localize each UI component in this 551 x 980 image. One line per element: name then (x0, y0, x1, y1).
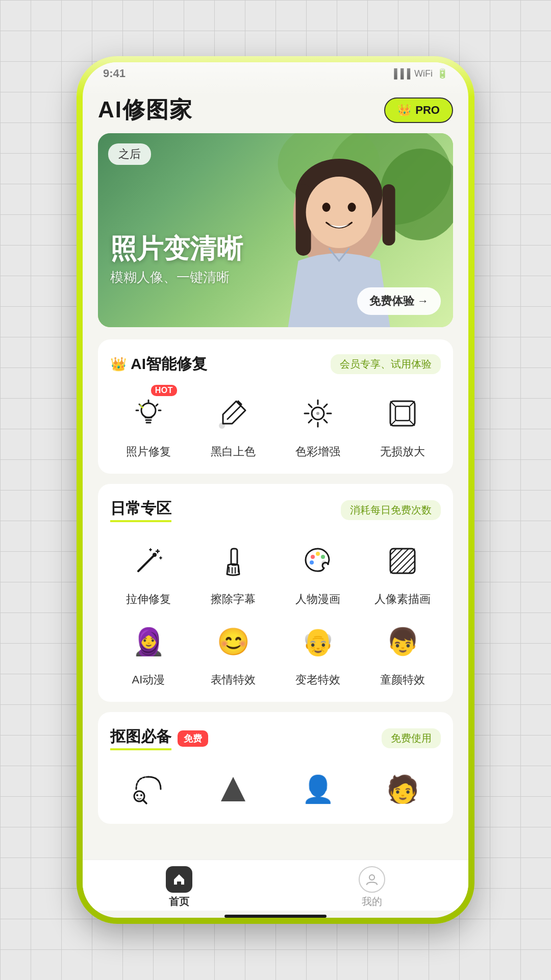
tab-me[interactable]: 我的 (276, 866, 468, 909)
status-bar: 9:41 ▐▐▐ WiFi 🔋 (83, 62, 468, 85)
tab-home-label: 首页 (169, 895, 189, 909)
ai-section-card: 👑 AI智能修复 会员专享、试用体验 (98, 339, 453, 474)
cutout-item-2[interactable] (195, 765, 271, 814)
stretch-icon-wrap (124, 536, 173, 585)
tab-home[interactable]: 首页 (83, 866, 276, 909)
svg-line-65 (143, 800, 146, 803)
emotion-icon-wrap: 😊 (209, 617, 258, 666)
triangle-icon (217, 773, 249, 805)
svg-line-60 (390, 549, 415, 573)
photo-repair-label: 照片修复 (126, 444, 171, 459)
pro-text: PRO (415, 104, 440, 117)
svg-point-20 (219, 423, 225, 429)
phone-border: 9:41 ▐▐▐ WiFi 🔋 AI修图家 👑 PRO (77, 56, 474, 924)
feature-comic[interactable]: 人物漫画 (280, 536, 356, 607)
cutout-item-3[interactable]: 👤 (280, 765, 356, 814)
cutout-icon-2 (209, 765, 258, 814)
daily-section-header: 日常专区 消耗每日免费次数 (110, 498, 441, 522)
tab-me-label: 我的 (362, 895, 382, 909)
svg-point-69 (369, 875, 374, 880)
cutout-item-4[interactable]: 🧑 (364, 765, 441, 814)
cutout-item-1[interactable] (110, 765, 187, 814)
phone-screen: 9:41 ▐▐▐ WiFi 🔋 AI修图家 👑 PRO (83, 62, 468, 918)
feature-old[interactable]: 👴 变老特效 (280, 617, 356, 688)
app-header: AI修图家 👑 PRO (98, 85, 453, 133)
svg-rect-33 (395, 406, 410, 421)
colorize-label: 黑白上色 (211, 444, 256, 459)
me-icon (359, 866, 385, 893)
banner-card[interactable]: 之后 照片变清晰 模糊人像、一键清晰 免费体验 → (98, 133, 453, 327)
young-icon-wrap: 👦 (378, 617, 427, 666)
daily-section-badge: 消耗每日免费次数 (341, 500, 441, 520)
svg-point-10 (141, 403, 156, 418)
battery-icon: 🔋 (437, 68, 448, 79)
enhance-label: 色彩增强 (295, 444, 340, 459)
feature-enlarge[interactable]: 无损放大 (364, 389, 441, 459)
feature-erase[interactable]: 擦除字幕 (195, 536, 271, 607)
svg-point-51 (311, 555, 315, 559)
erase-icon-wrap (209, 536, 258, 585)
svg-line-38 (138, 555, 155, 571)
young-label: 童颜特效 (380, 672, 425, 688)
tab-bar: 首页 我的 (83, 860, 468, 911)
young-emoji: 👦 (378, 617, 427, 666)
stretch-icon (132, 545, 165, 577)
svg-point-66 (136, 794, 138, 796)
colorize-icon-wrap (209, 389, 258, 438)
crown-icon: 👑 (397, 104, 411, 117)
feature-photo-repair[interactable]: HOT 照片修复 (110, 389, 187, 459)
svg-point-55 (321, 560, 327, 566)
stretch-label: 拉伸修复 (126, 592, 171, 607)
old-icon-wrap: 👴 (293, 617, 342, 666)
svg-point-52 (316, 552, 320, 556)
feature-sketch[interactable]: 人像素描画 (364, 536, 441, 607)
expand-icon (386, 397, 419, 430)
anime-icon-wrap: 🧕 (124, 617, 173, 666)
cutout-title-wrap: 抠图必备 免费 (110, 726, 208, 750)
svg-point-67 (140, 794, 142, 796)
sketch-icon-wrap (378, 536, 427, 585)
cutout-section-card: 抠图必备 免费 免费使用 (98, 712, 453, 824)
feature-colorize[interactable]: 黑白上色 (195, 389, 271, 459)
feature-enhance[interactable]: 色彩增强 (280, 389, 356, 459)
ai-section-title: AI智能修复 (131, 354, 207, 375)
pro-badge[interactable]: 👑 PRO (384, 97, 453, 123)
sun-icon (302, 397, 334, 430)
svg-line-30 (324, 420, 327, 423)
svg-line-13 (156, 404, 158, 406)
svg-point-53 (321, 555, 325, 559)
status-icons: ▐▐▐ WiFi 🔋 (391, 68, 448, 79)
head-emoji: 👤 (293, 765, 342, 814)
feature-anime[interactable]: 🧕 AI动漫 (110, 617, 187, 688)
svg-point-54 (310, 560, 314, 565)
emotion-emoji: 😊 (209, 617, 258, 666)
feature-emotion[interactable]: 😊 表情特效 (195, 617, 271, 688)
photo-repair-icon-wrap: HOT (124, 389, 173, 438)
daily-title-wrap: 日常专区 (110, 498, 171, 522)
banner-cta-button[interactable]: 免费体验 → (357, 287, 441, 315)
daily-section-title: 日常专区 (110, 498, 171, 522)
banner-after-label: 之后 (108, 143, 151, 165)
home-indicator (224, 915, 327, 918)
banner-main-title: 照片变清晰 (110, 233, 243, 264)
svg-point-7 (306, 177, 372, 248)
cutout-icon-3: 👤 (293, 765, 342, 814)
enlarge-label: 无损放大 (380, 444, 425, 459)
face-outline-icon (132, 773, 165, 805)
svg-point-16 (141, 406, 143, 408)
comic-icon (302, 545, 334, 577)
app-title: AI修图家 (98, 95, 193, 125)
scroll-content[interactable]: AI修图家 👑 PRO (83, 85, 468, 860)
enlarge-icon-wrap (378, 389, 427, 438)
svg-line-58 (390, 549, 403, 561)
feature-young[interactable]: 👦 童颜特效 (364, 617, 441, 688)
svg-point-8 (322, 203, 330, 212)
svg-line-27 (309, 404, 312, 407)
emotion-label: 表情特效 (211, 672, 256, 688)
ai-section-badge: 会员专享、试用体验 (331, 354, 441, 374)
feature-stretch[interactable]: 拉伸修复 (110, 536, 187, 607)
daily-feature-grid-row2: 🧕 AI动漫 😊 表情特效 (110, 617, 441, 688)
old-label: 变老特效 (295, 672, 340, 688)
cutout-feature-grid: 👤 🧑 (110, 765, 441, 814)
cutout-section-title: 抠图必备 (110, 726, 171, 750)
